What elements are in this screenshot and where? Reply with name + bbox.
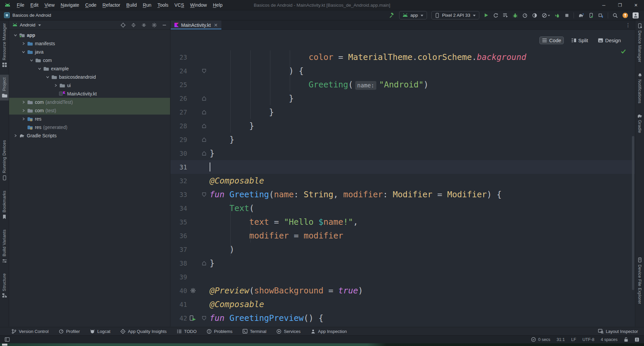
- tree-item-java[interactable]: java: [9, 48, 170, 56]
- menu-build[interactable]: Build: [123, 0, 140, 10]
- chevron-down-icon[interactable]: [29, 58, 35, 62]
- menu-file[interactable]: File: [14, 0, 28, 10]
- menu-code[interactable]: Code: [82, 0, 99, 10]
- tool-strip-item-running-devices[interactable]: Running Devices: [0, 137, 9, 183]
- apply-changes-disabled-icon[interactable]: [542, 13, 550, 18]
- tree-item-ui[interactable]: ui: [9, 81, 170, 89]
- menu-view[interactable]: View: [42, 0, 58, 10]
- code-line-31[interactable]: 31: [170, 160, 635, 174]
- tool-strip-item-structure[interactable]: Structure: [0, 271, 9, 300]
- attach-debugger-icon[interactable]: [555, 13, 560, 18]
- code-viewport[interactable]: 23color = MaterialTheme.colorScheme.back…: [170, 30, 635, 327]
- tree-item-example[interactable]: example: [9, 64, 170, 73]
- build-hammer-icon[interactable]: [389, 13, 395, 18]
- menu-refactor[interactable]: Refactor: [100, 0, 123, 10]
- chevron-right-icon[interactable]: [53, 83, 59, 87]
- apply-code-changes-icon[interactable]: [503, 13, 508, 18]
- background-tasks-status[interactable]: 0 secs: [531, 337, 550, 342]
- tree-item-res[interactable]: res: [9, 115, 170, 123]
- fold-start-marker-icon[interactable]: [199, 192, 210, 197]
- code-line-38[interactable]: 38}: [170, 256, 635, 270]
- tool-strip-item-bookmarks[interactable]: Bookmarks: [0, 188, 9, 222]
- apply-changes-restart-icon[interactable]: [493, 13, 498, 18]
- tool-window-button-terminal[interactable]: Terminal: [243, 329, 266, 334]
- attach-profiler-icon[interactable]: [532, 13, 537, 18]
- device-selector-combo[interactable]: Pixel 2 API 33: [431, 11, 479, 19]
- chevron-right-icon[interactable]: [20, 100, 26, 104]
- debug-icon[interactable]: [513, 13, 518, 18]
- fold-end-marker-icon[interactable]: [199, 137, 210, 142]
- stop-icon[interactable]: [565, 13, 569, 18]
- tool-strip-item-device-file-explorer[interactable]: Device File Explorer: [635, 255, 644, 307]
- menu-vcs[interactable]: VCS: [171, 0, 187, 10]
- tool-window-button-services[interactable]: Services: [276, 329, 301, 334]
- menu-edit[interactable]: Edit: [28, 0, 42, 10]
- project-widget[interactable]: Basicos de Android: [4, 12, 51, 18]
- tool-window-button-version-control[interactable]: Version Control: [11, 329, 49, 334]
- run-preview-icon[interactable]: [187, 315, 199, 321]
- project-view-selector[interactable]: Android: [20, 22, 36, 27]
- tool-strip-item-build-variants[interactable]: Build Variants: [0, 227, 9, 266]
- mode-design[interactable]: Design: [595, 37, 624, 44]
- fold-end-marker-icon[interactable]: [199, 261, 210, 266]
- tool-strip-item-device-manager[interactable]: Device Manager: [635, 20, 644, 65]
- chevron-down-icon[interactable]: [45, 75, 51, 79]
- mode-split[interactable]: Split: [569, 37, 591, 44]
- run-button-icon[interactable]: [484, 13, 489, 18]
- editor-scrollbar[interactable]: [632, 136, 634, 290]
- code-line-41[interactable]: 41@Composable: [170, 297, 635, 311]
- hide-panel-icon[interactable]: [162, 23, 167, 27]
- chevron-down-icon[interactable]: [37, 67, 43, 71]
- avatar[interactable]: [633, 12, 639, 18]
- code-line-24[interactable]: 24) {: [170, 64, 635, 78]
- close-button[interactable]: ✕: [628, 0, 644, 10]
- tree-item-mainactivity-kt[interactable]: MainActivity.kt: [9, 89, 170, 98]
- tree-item-app[interactable]: app: [9, 31, 170, 39]
- unlock-icon[interactable]: [624, 337, 628, 342]
- chevron-down-icon[interactable]: [20, 50, 26, 54]
- line-separator-status[interactable]: LF: [571, 337, 576, 342]
- tool-window-button-logcat[interactable]: Logcat: [90, 329, 110, 334]
- locate-file-icon[interactable]: [120, 22, 126, 28]
- close-tab-icon[interactable]: ✕: [214, 22, 218, 28]
- update-available-icon[interactable]: [622, 12, 628, 18]
- code-line-26[interactable]: 26}: [170, 91, 635, 105]
- code-line-39[interactable]: 39: [170, 270, 635, 284]
- tree-item-com[interactable]: com: [9, 56, 170, 64]
- code-line-34[interactable]: 34Text(: [170, 201, 635, 215]
- fold-start-marker-icon[interactable]: [199, 316, 210, 321]
- menu-tools[interactable]: Tools: [154, 0, 171, 10]
- code-line-42[interactable]: 42fun GreetingPreview() {: [170, 311, 635, 325]
- tool-window-button-app-inspection[interactable]: App Inspection: [311, 329, 347, 334]
- fold-end-marker-icon[interactable]: [199, 151, 210, 156]
- inspection-ok-icon[interactable]: [621, 49, 626, 54]
- menu-window[interactable]: Window: [187, 0, 210, 10]
- fold-end-marker-icon[interactable]: [199, 110, 210, 115]
- chevron-down-icon[interactable]: [12, 33, 18, 37]
- menu-navigate[interactable]: Navigate: [58, 0, 82, 10]
- tree-item-res[interactable]: res(generated): [9, 123, 170, 131]
- code-line-33[interactable]: 33fun Greeting(name: String, modifier: M…: [170, 188, 635, 201]
- encoding-status[interactable]: UTF-8: [583, 337, 594, 342]
- menu-run[interactable]: Run: [140, 0, 155, 10]
- run-configuration-combo[interactable]: app: [399, 11, 427, 19]
- tool-window-button-problems[interactable]: Problems: [207, 329, 232, 334]
- chevron-right-icon[interactable]: [20, 42, 26, 46]
- code-line-29[interactable]: 29}: [170, 133, 635, 146]
- tool-window-toggle-icon[interactable]: [5, 337, 10, 342]
- event-log-icon[interactable]: [635, 337, 639, 342]
- fold-end-marker-icon[interactable]: [199, 124, 210, 128]
- tab-mainactivity[interactable]: MainActivity.kt ✕: [171, 20, 221, 29]
- minimize-button[interactable]: ─: [596, 0, 612, 10]
- gradle-sync-icon[interactable]: [578, 13, 584, 18]
- indent-status[interactable]: 4 spaces: [601, 337, 618, 342]
- caret-position-status[interactable]: 31:1: [557, 337, 565, 342]
- restore-button[interactable]: ❐: [612, 0, 628, 10]
- panel-settings-icon[interactable]: [152, 22, 157, 28]
- tree-item-com[interactable]: com(test): [9, 106, 170, 115]
- mode-code[interactable]: Code: [539, 37, 564, 44]
- expand-all-icon[interactable]: [131, 22, 136, 28]
- tool-window-button-profiler[interactable]: Profiler: [59, 329, 80, 334]
- code-line-27[interactable]: 27}: [170, 105, 635, 119]
- menu-help[interactable]: Help: [210, 0, 226, 10]
